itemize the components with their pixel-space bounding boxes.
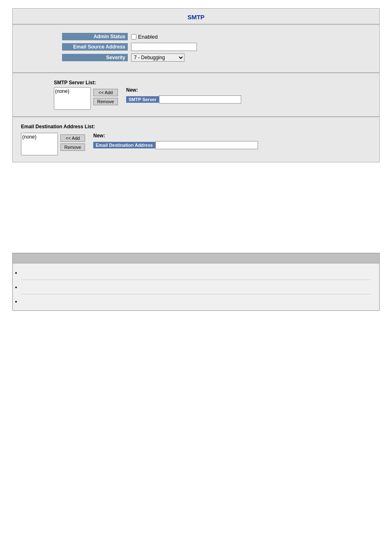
smtp-server-list-section: SMTP Server List: (none) << Add Remove (13, 73, 379, 117)
smtp-server-add-button[interactable]: << Add (93, 89, 118, 96)
smtp-server-new-label: New: (126, 87, 241, 93)
smtp-server-input[interactable] (159, 95, 241, 104)
notes-item-2 (21, 280, 371, 294)
smtp-title: SMTP (13, 9, 379, 24)
email-dest-list-label: Email Destination Address List: (21, 124, 95, 130)
email-dest-section: Email Destination Address List: (none) <… (13, 117, 379, 162)
spacer (12, 175, 380, 249)
notes-panel (12, 253, 380, 311)
email-source-label: Email Source Address (62, 43, 128, 51)
severity-value: 0 - Emergency 1 - Alert 2 - Critical 3 -… (131, 53, 184, 62)
email-source-value (131, 43, 197, 51)
email-dest-field-label: Email Destination Address (93, 142, 155, 148)
email-dest-list-item[interactable]: (none) (22, 134, 57, 140)
email-dest-add-button[interactable]: << Add (60, 134, 85, 142)
email-source-input[interactable] (131, 43, 197, 51)
smtp-server-listbox[interactable]: (none) (54, 87, 91, 110)
smtp-server-remove-button[interactable]: Remove (93, 98, 118, 105)
notes-item-3 (21, 294, 371, 308)
notes-header (13, 253, 379, 264)
email-source-row: Email Source Address (62, 43, 197, 51)
notes-list (13, 264, 379, 310)
smtp-server-list-label: SMTP Server List: (54, 80, 96, 86)
email-dest-new-label: New: (93, 133, 258, 139)
admin-status-value: Enabled (131, 34, 158, 40)
email-dest-remove-button[interactable]: Remove (60, 143, 85, 151)
smtp-fields-section: Admin Status Enabled Email Source Addres… (13, 25, 379, 73)
email-dest-listbox[interactable]: (none) (21, 133, 58, 155)
smtp-panel: SMTP Admin Status Enabled Email Source A… (12, 8, 380, 162)
severity-select[interactable]: 0 - Emergency 1 - Alert 2 - Critical 3 -… (131, 53, 184, 62)
admin-status-row: Admin Status Enabled (62, 33, 158, 40)
severity-row: Severity 0 - Emergency 1 - Alert 2 - Cri… (62, 53, 184, 62)
enabled-label: Enabled (138, 34, 158, 40)
admin-status-label: Admin Status (62, 33, 128, 40)
severity-label: Severity (62, 54, 128, 61)
email-dest-input[interactable] (155, 141, 258, 149)
smtp-server-list-item[interactable]: (none) (55, 88, 90, 94)
smtp-server-field-label: SMTP Server (126, 96, 159, 103)
notes-item-1 (21, 266, 371, 280)
admin-status-checkbox[interactable] (131, 34, 136, 39)
